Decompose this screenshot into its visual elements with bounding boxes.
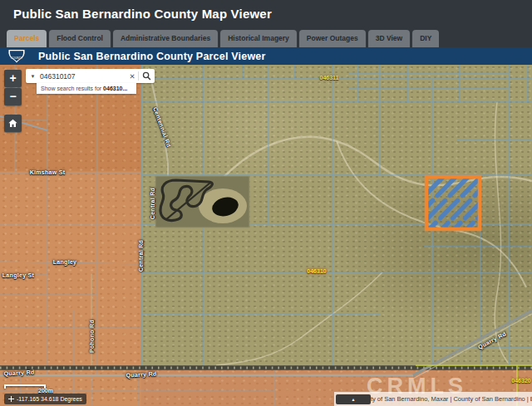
county-arrowhead-logo-icon: COUNTY	[7, 49, 27, 63]
coordinates-readout: -117.165 34.618 Degrees	[4, 394, 86, 404]
racetrack	[155, 176, 249, 227]
search-suggestion-term: 046310...	[103, 86, 127, 91]
parcel-viewer-title: Public San Bernardino County Parcel View…	[38, 51, 266, 62]
app-title: Public San Bernardino County Map Viewer	[13, 7, 272, 21]
parcel-search-box[interactable]: ▼ ✕	[26, 69, 155, 83]
terrain-wash-lines	[200, 102, 532, 365]
crosshair-icon	[8, 396, 14, 402]
scale-bar-label: 200m	[38, 388, 53, 394]
zoom-out-button[interactable]: −	[4, 88, 22, 105]
tab-diy[interactable]: DIY	[412, 30, 439, 47]
attribution-expand-button[interactable]: ▲	[336, 394, 371, 404]
home-icon	[7, 118, 18, 129]
tab-parcels[interactable]: Parcels	[7, 30, 47, 47]
svg-text:COUNTY: COUNTY	[11, 56, 23, 60]
map-viewer-app: Public San Bernardino County Map Viewer …	[0, 0, 532, 406]
minor-roads	[0, 68, 168, 365]
search-suggestion-prefix: Show search results for	[41, 86, 103, 91]
selected-parcel-highlight[interactable]	[381, 171, 532, 241]
home-button[interactable]	[4, 115, 22, 132]
clear-search-icon[interactable]: ✕	[126, 72, 138, 81]
map-canvas[interactable]: Kimshaw St Langley Langley St Central Rd…	[0, 65, 532, 406]
app-header: Public San Bernardino County Map Viewer	[0, 0, 532, 27]
tab-3d-view[interactable]: 3D View	[368, 30, 410, 47]
tab-power-outages[interactable]: Power Outages	[299, 30, 366, 47]
parcel-grid-west	[0, 65, 274, 406]
search-input[interactable]	[40, 72, 126, 81]
map-overlay	[0, 65, 532, 406]
search-suggestion-item[interactable]: Show search results for 046310...	[37, 83, 136, 94]
zoom-in-button[interactable]: +	[4, 70, 22, 87]
attribution-text: County of San Bernardino, Maxar | County…	[356, 395, 532, 403]
search-dropdown-caret-icon[interactable]: ▼	[26, 74, 40, 79]
tab-historical-imagery[interactable]: Historical Imagery	[220, 30, 297, 47]
search-submit-button[interactable]	[139, 71, 155, 81]
tab-bar: Parcels Flood Control Administrative Bou…	[0, 27, 532, 47]
parcel-viewer-banner: COUNTY Public San Bernardino County Parc…	[0, 47, 532, 65]
tab-administrative-boundaries[interactable]: Administrative Boundaries	[113, 30, 218, 47]
search-icon	[142, 71, 151, 81]
coordinates-text: -117.165 34.618 Degrees	[17, 396, 82, 402]
tab-flood-control[interactable]: Flood Control	[49, 30, 111, 47]
